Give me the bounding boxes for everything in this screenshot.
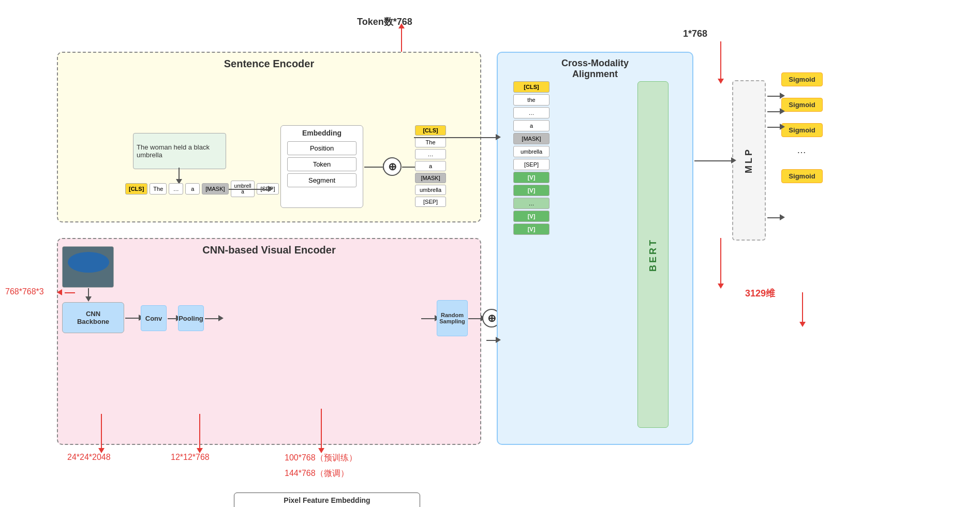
- label-144x768: 144*768（微调）: [285, 468, 349, 479]
- embedding-box: Embedding Position Token Segment: [280, 125, 363, 208]
- cm-dots2: …: [513, 198, 550, 209]
- arrow-embed-to-plus: [364, 167, 385, 168]
- sigmoid-4: Sigmoid: [781, 169, 823, 183]
- embed-position: Position: [287, 141, 357, 155]
- arrowhead-768x768x3: [57, 289, 62, 295]
- embed-segment: Segment: [287, 173, 357, 187]
- label-24x24x2048: 24*24*2048: [67, 453, 111, 462]
- sentence-text-box: The woman held a black umbrella: [133, 133, 226, 169]
- arrowhead-red-sigmoid-down: [799, 322, 806, 327]
- token-cls: [CLS]: [125, 183, 147, 195]
- dots-between-sigmoids: …: [797, 145, 806, 156]
- arrowhead-sent-to-cm: [496, 134, 501, 140]
- arrowhead-100x768: [318, 448, 324, 453]
- cm-v3: [V]: [513, 211, 550, 222]
- token-dots: …: [169, 183, 183, 195]
- pooling-box: Pooling: [178, 305, 204, 331]
- random-sampling-label: RandomSampling: [439, 312, 465, 324]
- pixel-feature-title: Pixel Feature Embedding: [234, 493, 420, 507]
- embed-token: Token: [287, 157, 357, 171]
- arrow-sent-to-cm: [414, 137, 498, 138]
- label-768x768x3: 768*768*3: [5, 287, 44, 296]
- out-cls: [CLS]: [415, 125, 446, 136]
- arrowhead-v-to-cm: [496, 337, 501, 343]
- out-mask: [MASK]: [415, 173, 446, 183]
- random-sampling-box: RandomSampling: [437, 300, 468, 336]
- cm-mask: [MASK]: [513, 133, 550, 144]
- cm-dots1: …: [513, 107, 550, 118]
- out-the: The: [415, 137, 446, 147]
- out-a: a: [415, 161, 446, 171]
- image-thumbnail: [62, 246, 114, 288]
- cm-cls: [CLS]: [513, 81, 550, 93]
- cnn-backbone-box: CNNBackbone: [62, 302, 124, 333]
- sigmoid-1: Sigmoid: [781, 72, 823, 86]
- arrow-red-down-sigmoid: [802, 292, 803, 323]
- cm-umbrella: umbrella: [513, 146, 550, 157]
- cm-token-col: [CLS] the … a [MASK] umbrella [SEP] [V] …: [513, 81, 550, 235]
- cm-a: a: [513, 120, 550, 131]
- arrow-tokens-to-embed: [229, 189, 270, 190]
- token-mask: [MASK]: [202, 183, 228, 195]
- label-3129: 3129维: [745, 287, 775, 300]
- thumbnail-svg: [63, 247, 114, 288]
- arrowhead-12x12: [197, 448, 203, 453]
- arrowhead-tokens-to-embed: [268, 186, 273, 192]
- cnn-backbone-label: CNNBackbone: [77, 310, 109, 325]
- cm-v2: [V]: [513, 185, 550, 196]
- out-dots: …: [415, 149, 446, 159]
- label-1x768: 1*768: [683, 28, 707, 39]
- sigmoid-3: Sigmoid: [781, 123, 823, 137]
- arrow-bert-to-mlp: [694, 160, 733, 161]
- token-the: The: [150, 183, 167, 195]
- sentence-text: The woman held a black umbrella: [137, 143, 222, 159]
- cross-modality-title: Cross-ModalityAlignment: [498, 58, 692, 80]
- conv-label: Conv: [145, 315, 162, 322]
- arrow-768x768x3: [65, 292, 75, 293]
- mlp-label: MLP: [744, 147, 754, 173]
- plus-circle-sentence: ⊕: [383, 157, 402, 176]
- arrow-12x12: [199, 414, 200, 449]
- arrowhead-mlp-sig4: [780, 214, 785, 220]
- arrowhead-bert-to-mlp: [731, 157, 736, 163]
- arrowhead-mlp-sig2: [780, 108, 785, 114]
- arrow-100x768: [321, 409, 322, 449]
- arrowhead-pool-to-grid: [218, 315, 224, 321]
- arrowhead-img-to-cnn: [85, 296, 92, 302]
- cm-v4: [V]: [513, 223, 550, 235]
- embedding-title: Embedding: [281, 126, 363, 139]
- out-umbrella: umbrella: [415, 185, 446, 195]
- pixel-feature-box: Pixel Feature Embedding: [234, 493, 420, 507]
- out-sep: [SEP]: [415, 197, 446, 207]
- sigmoid-col: Sigmoid Sigmoid Sigmoid Sigmoid: [781, 72, 823, 183]
- arrowhead-3129-down: [718, 284, 724, 289]
- arrow-text-to-tokens: [179, 168, 180, 180]
- label-12x12x768: 12*12*768: [171, 453, 210, 462]
- arrow-24x24: [101, 414, 102, 449]
- pooling-label: Pooling: [179, 315, 203, 322]
- cnn-encoder-title: CNN-based Visual Encoder: [58, 244, 480, 256]
- cross-modality-box: Cross-ModalityAlignment [CLS] the … a [M…: [497, 52, 693, 445]
- token-a: a: [185, 183, 200, 195]
- arrowhead-24x24: [98, 448, 105, 453]
- arrow-1x768: [720, 41, 721, 80]
- bert-box: BERT: [637, 81, 669, 428]
- conv-box: Conv: [141, 305, 167, 331]
- sigmoid-2: Sigmoid: [781, 98, 823, 112]
- label-100x768: 100*768（预训练）: [285, 453, 357, 464]
- cm-the: the: [513, 94, 550, 106]
- arrow-token-dim: [401, 28, 402, 52]
- cnn-encoder-box: CNN-based Visual Encoder CNNBackbone Con…: [57, 238, 481, 445]
- arrowhead-1x768-down: [718, 79, 724, 84]
- sentence-encoder-title: Sentence Encoder: [58, 58, 480, 70]
- arrowhead-mlp-sig1: [780, 93, 785, 99]
- mlp-box: MLP: [732, 80, 766, 241]
- cm-sep: [SEP]: [513, 159, 550, 170]
- arrowhead-mlp-sig3: [780, 124, 785, 130]
- cm-v1: [V]: [513, 172, 550, 183]
- bert-label: BERT: [648, 238, 659, 272]
- arrowhead-token-dim-up: [398, 23, 405, 28]
- svg-point-1: [68, 252, 109, 273]
- arrow-3129-up: [720, 238, 721, 285]
- diagram-container: Sentence Encoder The woman held a black …: [0, 0, 980, 507]
